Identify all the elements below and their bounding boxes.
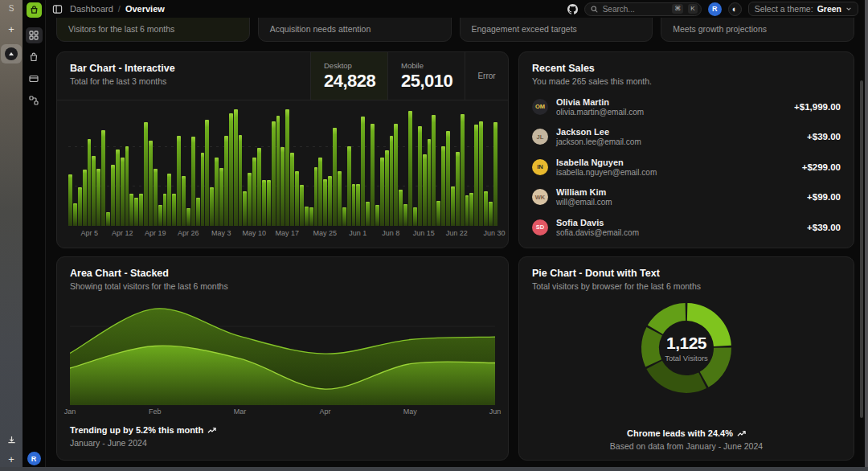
bar [323, 179, 327, 226]
search-input[interactable] [603, 5, 668, 14]
grid-icon [29, 31, 39, 40]
x-tick: Apr 19 [145, 229, 166, 237]
bar [78, 187, 82, 226]
sidebar-item-dashboard[interactable] [26, 27, 43, 43]
sidebar-avatar[interactable]: R [27, 452, 41, 465]
app-logo[interactable] [27, 2, 42, 18]
area-xaxis: JanFebMarAprMayJun [70, 407, 495, 418]
x-tick: May [403, 408, 417, 416]
tab-value: 24,828 [324, 71, 375, 92]
bar [441, 146, 445, 226]
bar [489, 202, 493, 226]
bar [380, 158, 384, 226]
sale-amount: +$1,999.00 [794, 102, 841, 112]
stat-description: Engagement exceed targets [472, 24, 577, 34]
tab-value: 25,010 [401, 71, 452, 92]
sidebar-item-billing[interactable] [26, 71, 43, 87]
bar [309, 207, 313, 227]
bar [385, 150, 389, 226]
dock-add-button-bottom[interactable]: + [8, 454, 14, 465]
x-tick: Jan [64, 408, 76, 416]
card-subtitle: Showing total visitors for the last 6 mo… [70, 281, 495, 291]
sale-name: Jackson Lee [556, 127, 799, 137]
workflow-icon [29, 96, 39, 105]
bar [88, 139, 92, 226]
area-plot[interactable] [70, 301, 495, 405]
tab-mobile[interactable]: Mobile 25,010 [387, 52, 465, 100]
breadcrumb: Dashboard / Overview [70, 4, 165, 14]
window-edge-right [865, 0, 868, 471]
pie-chart-card: Pie Chart - Donut with Text Total visito… [518, 256, 854, 461]
stat-card-growth: Meets growth projections [661, 18, 854, 42]
bar [276, 116, 280, 226]
topbar: Dashboard / Overview ⌘ K [46, 0, 868, 18]
bar [285, 109, 289, 226]
dock-s-label: S [9, 4, 14, 13]
card-title: Pie Chart - Donut with Text [532, 268, 841, 279]
trending-up-icon [737, 429, 746, 438]
bar [451, 186, 455, 226]
theme-select-value: Green [817, 4, 841, 14]
bar [154, 169, 158, 226]
bar-plot[interactable] [68, 107, 497, 226]
avatar: SD [532, 219, 548, 236]
bar [418, 126, 422, 226]
x-tick: May 10 [243, 229, 267, 237]
download-icon[interactable] [7, 436, 16, 446]
trend-text: Chrome leads with 24.4% [627, 428, 733, 438]
x-tick: Jun 1 [349, 229, 366, 237]
bar [134, 198, 138, 226]
sidebar-toggle-button[interactable] [52, 4, 63, 14]
sidebar-item-orders[interactable] [26, 49, 43, 65]
dock-active-item[interactable] [1, 44, 22, 63]
sale-email: will@email.com [556, 198, 799, 207]
stat-card-engagement: Engagement exceed targets [460, 18, 653, 42]
bar [446, 131, 450, 226]
theme-select[interactable]: Select a theme: Green [748, 2, 858, 16]
bar [224, 136, 228, 226]
theme-select-label: Select a theme: [755, 4, 813, 14]
bar [328, 176, 332, 226]
bar [371, 124, 375, 226]
bar [234, 109, 238, 226]
card-subtitle: Total for the last 3 months [70, 76, 297, 86]
sale-amount: +$99.00 [807, 192, 841, 202]
bar [125, 146, 129, 226]
sidebar-item-integrations[interactable] [26, 92, 43, 109]
tab-desktop[interactable]: Desktop 24,828 [310, 52, 387, 100]
bar [248, 173, 252, 226]
breadcrumb-overview: Overview [125, 4, 165, 14]
bar [139, 194, 143, 226]
bar [167, 174, 171, 226]
bar [461, 114, 465, 226]
bar [428, 139, 432, 226]
sale-name: William Kim [556, 187, 799, 197]
theme-toggle-icon[interactable]: ◐ [728, 2, 742, 16]
bar [73, 203, 77, 226]
stat-description: Meets growth projections [673, 24, 767, 34]
bar [129, 194, 133, 226]
donut-plot[interactable]: 1,125 Total Visitors [634, 296, 739, 400]
kbd-k: K [688, 4, 697, 14]
bar [493, 122, 497, 226]
donut-slice-firefox [646, 361, 706, 393]
card-subtitle: Total visitors by browser for the last 6… [532, 281, 841, 291]
sale-name: Sofia Davis [556, 218, 799, 227]
avatar: JL [532, 129, 548, 145]
breadcrumb-dashboard[interactable]: Dashboard [70, 4, 113, 14]
x-tick: May 17 [276, 229, 300, 237]
dock-add-button[interactable]: + [8, 24, 14, 35]
scrollbar-thumb[interactable] [860, 80, 863, 418]
user-avatar[interactable]: R [708, 2, 722, 16]
bar [177, 136, 181, 226]
bar [366, 202, 370, 226]
github-button[interactable] [567, 4, 578, 14]
bar [352, 184, 356, 226]
bar [484, 191, 488, 226]
stats-row: Visitors for the last 6 months Acquisiti… [56, 18, 854, 43]
kbd-cmd: ⌘ [672, 4, 683, 14]
recent-sales-card: Recent Sales You made 265 sales this mon… [518, 51, 854, 248]
bar [423, 154, 427, 226]
bar [210, 187, 214, 226]
x-tick: Jun [489, 408, 502, 416]
